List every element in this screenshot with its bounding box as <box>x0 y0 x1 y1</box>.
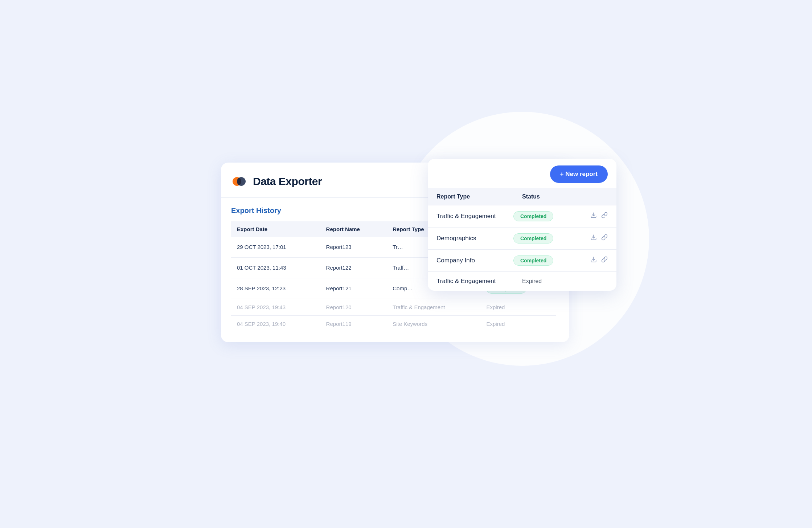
zoom-action-icons <box>590 256 608 265</box>
cell-date: 04 SEP 2023, 19:40 <box>231 315 320 332</box>
col-report-name: Report Name <box>320 221 387 237</box>
zoom-rows-container: Traffic & EngagementCompletedDemographic… <box>428 205 616 291</box>
zoom-col-status: Status <box>522 193 608 200</box>
zoom-col-report-type: Report Type <box>436 193 522 200</box>
cell-status: Expired <box>480 315 556 332</box>
cell-date: 28 SEP 2023, 12:23 <box>231 278 320 299</box>
app-title: Data Exporter <box>253 175 322 188</box>
zoom-status: Expired <box>522 278 604 285</box>
zoom-report-type: Traffic & Engagement <box>436 213 510 220</box>
download-icon[interactable] <box>590 234 597 242</box>
cell-date: 04 SEP 2023, 19:43 <box>231 299 320 315</box>
link-icon[interactable] <box>601 234 608 242</box>
scene: Data Exporter + New report Export Histor… <box>206 141 606 388</box>
cell-report-name: Report123 <box>320 237 387 258</box>
link-icon[interactable] <box>601 256 608 265</box>
cell-date: 01 OCT 2023, 11:43 <box>231 257 320 278</box>
zoom-status-badge: Completed <box>513 233 553 243</box>
zoom-panel: + New report Report Type Status Traffic … <box>428 159 616 291</box>
zoom-row: Company InfoCompleted <box>428 250 616 272</box>
zoom-report-type: Demographics <box>436 235 510 242</box>
zoom-report-type: Traffic & Engagement <box>436 278 518 285</box>
zoom-status: Completed <box>513 233 587 243</box>
zoom-row: DemographicsCompleted <box>428 228 616 250</box>
zoom-report-type: Company Info <box>436 257 510 264</box>
zoom-new-report-button[interactable]: + New report <box>550 165 608 183</box>
table-row: 04 SEP 2023, 19:40Report119Site Keywords… <box>231 315 556 332</box>
zoom-row: Traffic & EngagementExpired <box>428 272 616 291</box>
zoom-status: Completed <box>513 211 587 221</box>
cell-date: 29 OCT 2023, 17:01 <box>231 237 320 258</box>
link-icon[interactable] <box>601 212 608 220</box>
svg-point-2 <box>237 178 241 185</box>
zoom-row: Traffic & EngagementCompleted <box>428 205 616 228</box>
logo-title-group: Data Exporter <box>231 173 322 189</box>
download-icon[interactable] <box>590 212 597 220</box>
cell-status: Expired <box>480 299 556 315</box>
zoom-action-icons <box>590 234 608 242</box>
zoom-expired-text: Expired <box>522 278 542 284</box>
col-export-date: Export Date <box>231 221 320 237</box>
zoom-btn-row: + New report <box>428 159 616 188</box>
cell-report-type: Traffic & Engagement <box>387 299 480 315</box>
zoom-status-badge: Completed <box>513 255 553 266</box>
zoom-status-badge: Completed <box>513 211 553 221</box>
download-icon[interactable] <box>590 256 597 265</box>
cell-report-name: Report122 <box>320 257 387 278</box>
app-logo <box>231 173 247 189</box>
zoom-status: Completed <box>513 255 587 266</box>
cell-report-type: Site Keywords <box>387 315 480 332</box>
table-row: 04 SEP 2023, 19:43Report120Traffic & Eng… <box>231 299 556 315</box>
cell-report-name: Report119 <box>320 315 387 332</box>
zoom-panel-header: Report Type Status <box>428 188 616 205</box>
cell-report-name: Report120 <box>320 299 387 315</box>
cell-report-name: Report121 <box>320 278 387 299</box>
zoom-action-icons <box>590 212 608 220</box>
